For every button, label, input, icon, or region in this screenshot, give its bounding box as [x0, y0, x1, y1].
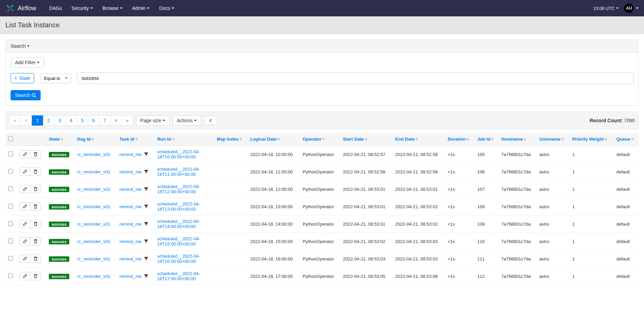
nav-item-dags[interactable]: DAGs: [44, 1, 67, 16]
edit-button[interactable]: [19, 272, 30, 280]
delete-button[interactable]: [30, 150, 41, 158]
delete-button[interactable]: [30, 255, 41, 263]
edit-button[interactable]: [19, 150, 30, 158]
filter-operator-select[interactable]: Equal to: [40, 73, 71, 83]
filter-icon[interactable]: [144, 152, 149, 157]
edit-button[interactable]: [19, 168, 30, 176]
sort-link[interactable]: State⇅: [49, 137, 63, 142]
dag-id-link[interactable]: rc_reminder_v01: [77, 222, 111, 227]
run-id-link[interactable]: scheduled__2022-04-18T16:00:00+00:00: [157, 254, 200, 264]
dag-id-link[interactable]: rc_reminder_v01: [77, 204, 111, 209]
search-heading[interactable]: Search: [6, 40, 638, 53]
run-id-link[interactable]: scheduled__2022-04-18T17:00:00+00:00: [157, 271, 200, 281]
add-filter-button[interactable]: Add Filter: [11, 57, 44, 68]
back-button[interactable]: [204, 116, 218, 125]
task-id-link[interactable]: remind_me: [120, 204, 142, 209]
edit-button[interactable]: [19, 185, 30, 193]
delete-button[interactable]: [30, 202, 41, 211]
filter-icon[interactable]: [144, 274, 149, 279]
filter-icon[interactable]: [144, 169, 149, 174]
page-4[interactable]: 4: [65, 115, 77, 126]
delete-button[interactable]: [30, 168, 41, 176]
run-id-link[interactable]: scheduled__2022-04-18T14:00:00+00:00: [157, 219, 200, 229]
task-id-link[interactable]: remind_me: [120, 256, 142, 261]
dag-id-link[interactable]: rc_reminder_v01: [77, 169, 111, 174]
page-5[interactable]: 5: [76, 115, 88, 126]
filter-value-input[interactable]: [77, 72, 633, 84]
delete-button[interactable]: [30, 272, 41, 280]
page-size-button[interactable]: Page size: [136, 115, 170, 126]
sort-link[interactable]: Priority Weight⇅: [572, 137, 607, 142]
dag-id-link[interactable]: rc_reminder_v01: [77, 187, 111, 192]
clock[interactable]: 13:06 UTC: [593, 6, 619, 11]
page-2[interactable]: 2: [43, 115, 55, 126]
task-id-link[interactable]: remind_me: [120, 169, 142, 174]
sort-link[interactable]: Operator⇅: [303, 137, 325, 142]
page-1[interactable]: 1: [32, 115, 43, 126]
table-wrap[interactable]: State⇅Dag Id⇅Task Id⇅Run Id⇅Map Index⇅Lo…: [5, 133, 639, 285]
task-id-link[interactable]: remind_me: [120, 187, 142, 192]
row-checkbox[interactable]: [8, 221, 13, 226]
dag-id-link[interactable]: rc_reminder_v01: [77, 152, 111, 157]
sort-link[interactable]: Job Id⇅: [477, 137, 494, 142]
delete-button[interactable]: [30, 185, 41, 193]
sort-link[interactable]: Unixname⇅: [540, 137, 564, 142]
row-checkbox[interactable]: [8, 152, 13, 156]
select-all-checkbox[interactable]: [8, 136, 13, 141]
filter-icon[interactable]: [144, 187, 149, 191]
task-id-link[interactable]: remind_me: [120, 274, 142, 279]
run-id-link[interactable]: scheduled__2022-04-18T11:00:00+00:00: [157, 167, 200, 177]
page-last[interactable]: »: [122, 115, 133, 126]
run-id-link[interactable]: scheduled__2022-04-18T13:00:00+00:00: [157, 201, 200, 212]
nav-item-docs[interactable]: Docs: [154, 1, 179, 16]
sort-link[interactable]: Map Index⇅: [217, 137, 242, 142]
task-id-link[interactable]: remind_me: [120, 239, 142, 244]
sort-link[interactable]: Dag Id⇅: [77, 137, 94, 142]
edit-button[interactable]: [19, 237, 30, 245]
dag-id-link[interactable]: rc_reminder_v01: [77, 274, 111, 279]
filter-tag-state[interactable]: × State: [11, 73, 34, 83]
dag-id-link[interactable]: rc_reminder_v01: [77, 256, 111, 261]
run-id-link[interactable]: scheduled__2022-04-18T15:00:00+00:00: [157, 236, 200, 246]
filter-icon[interactable]: [144, 239, 149, 244]
sort-link[interactable]: End Date⇅: [395, 137, 418, 142]
delete-button[interactable]: [30, 220, 41, 228]
sort-link[interactable]: Run Id⇅: [157, 137, 174, 142]
sort-link[interactable]: Queue⇅: [616, 137, 633, 142]
row-checkbox[interactable]: [8, 239, 13, 243]
actions-button[interactable]: Actions: [172, 115, 201, 126]
page-first[interactable]: «: [9, 115, 21, 126]
row-checkbox[interactable]: [8, 204, 13, 209]
edit-button[interactable]: [19, 255, 30, 263]
page-7[interactable]: 7: [99, 115, 111, 126]
run-id-link[interactable]: scheduled__2022-04-18T12:00:00+00:00: [157, 184, 200, 194]
delete-button[interactable]: [30, 237, 41, 245]
sort-link[interactable]: Logical Date⇅: [250, 137, 280, 142]
task-id-link[interactable]: remind_me: [120, 152, 142, 157]
filter-icon[interactable]: [144, 256, 149, 261]
run-id-link[interactable]: scheduled__2022-04-18T10:00:00+00:00: [157, 149, 200, 159]
brand[interactable]: Airflow: [5, 3, 36, 13]
remove-filter-icon[interactable]: ×: [14, 75, 17, 81]
row-checkbox[interactable]: [8, 186, 13, 191]
page-3[interactable]: 3: [54, 115, 66, 126]
search-button[interactable]: Search: [11, 90, 41, 100]
nav-item-admin[interactable]: Admin: [127, 1, 155, 16]
sort-link[interactable]: Duration⇅: [448, 137, 469, 142]
row-checkbox[interactable]: [8, 256, 13, 261]
sort-link[interactable]: Start Date⇅: [343, 137, 367, 142]
page-prev[interactable]: <: [20, 115, 32, 126]
task-id-link[interactable]: remind_me: [120, 222, 142, 227]
nav-item-browse[interactable]: Browse: [98, 1, 127, 16]
row-checkbox[interactable]: [8, 273, 13, 278]
sort-link[interactable]: Task Id⇅: [120, 137, 138, 142]
page-6[interactable]: 6: [88, 115, 99, 126]
dag-id-link[interactable]: rc_reminder_v01: [77, 239, 111, 244]
sort-link[interactable]: Hostname⇅: [501, 137, 526, 142]
filter-icon[interactable]: [144, 222, 149, 226]
edit-button[interactable]: [19, 220, 30, 228]
row-checkbox[interactable]: [8, 169, 13, 174]
user-menu[interactable]: AU: [624, 3, 639, 13]
nav-item-security[interactable]: Security: [67, 1, 98, 16]
edit-button[interactable]: [19, 202, 30, 211]
